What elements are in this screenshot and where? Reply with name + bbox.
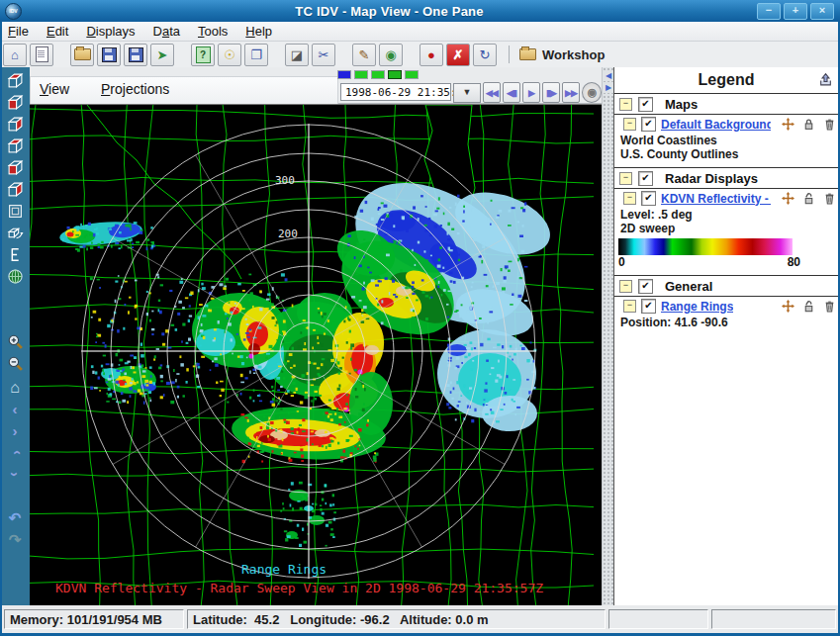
workshop-toolbar-item[interactable]: Workshop <box>519 47 605 62</box>
edit-button[interactable]: ✎ <box>352 44 376 66</box>
time-step[interactable] <box>371 70 385 79</box>
cube-right-icon <box>7 116 24 136</box>
legend-row-range-rings: − ✔ Range Rings <box>614 297 838 316</box>
delete-button[interactable]: ✗ <box>446 44 470 66</box>
lock-icon[interactable] <box>801 118 815 131</box>
menu-view[interactable]: View <box>40 81 69 97</box>
step-back-button[interactable]: ◀▮ <box>503 82 520 103</box>
maps-visibility-checkbox[interactable]: ✔ <box>638 97 653 112</box>
general-visibility-checkbox[interactable]: ✔ <box>638 279 653 294</box>
collapse-left-icon[interactable]: ◀ <box>604 71 613 81</box>
move-display-icon[interactable] <box>781 300 794 313</box>
export-button[interactable]: ➤ <box>150 44 174 66</box>
zoom-out-button[interactable] <box>4 355 26 376</box>
stop-button[interactable]: ● <box>420 44 443 66</box>
collapse-radar-toggle[interactable]: − <box>619 172 632 185</box>
scale-button[interactable] <box>4 246 26 267</box>
view-right-button[interactable] <box>4 116 26 136</box>
globe-button[interactable]: ◉ <box>379 44 403 66</box>
open-button[interactable] <box>70 44 94 66</box>
time-step[interactable] <box>337 70 351 79</box>
cube-front-icon <box>7 159 24 180</box>
zoom-in-button[interactable] <box>4 333 26 354</box>
pan-down-button[interactable]: › <box>4 464 26 485</box>
status-box-3 <box>608 609 708 629</box>
animation-properties-button[interactable]: ◉ <box>582 82 602 103</box>
panel-splitter[interactable]: ◀ ▶ <box>602 67 613 605</box>
legend-header: Legend <box>614 67 838 94</box>
step-forward-button[interactable]: ▮▶ <box>542 82 560 103</box>
visibility-checkbox[interactable]: ✔ <box>641 299 656 314</box>
time-display-field[interactable]: 1998-06-29 21:35:57Z <box>340 83 451 101</box>
map-view[interactable]: 300 200 Range Rings KDVN Reflectivity - … <box>30 104 602 606</box>
menu-data[interactable]: Data <box>153 24 180 39</box>
float-legend-button[interactable] <box>818 72 833 91</box>
play-button[interactable]: ▶ <box>522 82 540 103</box>
collapse-maps-toggle[interactable]: − <box>619 98 632 111</box>
go-to-start-button[interactable]: ◀◀ <box>483 82 501 103</box>
projection-globe-button[interactable] <box>4 268 26 289</box>
menu-edit[interactable]: Edit <box>47 24 68 39</box>
help-button[interactable]: ? <box>191 44 215 66</box>
undo-button[interactable]: ↶ <box>4 507 26 528</box>
unlock-icon[interactable] <box>801 192 815 205</box>
default-background-maps-link[interactable]: Default Background Maps <box>661 118 771 132</box>
show-dashboard-button[interactable]: ❐ <box>244 44 268 66</box>
minimize-button[interactable]: − <box>757 3 781 20</box>
home-view-button[interactable]: ⌂ <box>4 377 26 398</box>
menu-displays[interactable]: Displays <box>86 24 135 39</box>
radar-visibility-checkbox[interactable]: ✔ <box>638 171 653 186</box>
pan-left-button[interactable]: ‹ <box>4 399 26 419</box>
home-button[interactable]: ⌂ <box>3 44 27 66</box>
reflectivity-colorbar[interactable] <box>618 238 793 255</box>
globe-icon: ◉ <box>385 48 396 61</box>
trash-icon[interactable] <box>822 192 836 205</box>
time-dropdown-button[interactable]: ▼ <box>453 83 481 103</box>
view-top-button[interactable] <box>4 72 26 93</box>
legend-section-radar: − ✔ Radar Displays <box>614 167 838 189</box>
trash-icon[interactable] <box>822 300 836 313</box>
menu-file[interactable]: File <box>8 24 29 39</box>
view-2d-button[interactable] <box>4 203 26 224</box>
erase-button[interactable]: ◪ <box>285 44 309 66</box>
go-to-end-button[interactable]: ▶▶ <box>562 82 580 103</box>
view-back-button[interactable] <box>4 181 26 202</box>
radar-map-canvas <box>30 105 602 606</box>
visibility-checkbox[interactable]: ✔ <box>641 191 656 206</box>
kdvn-reflectivity-link[interactable]: KDVN Reflectivity - Radar _ <box>661 192 771 206</box>
collapse-toggle[interactable]: − <box>623 192 636 205</box>
titlebar[interactable]: IDV TC IDV - Map View - One Pane − + × <box>0 0 840 22</box>
menu-help[interactable]: Help <box>245 24 272 39</box>
time-step-current[interactable] <box>388 70 402 79</box>
tips-button[interactable]: ☉ <box>218 44 241 66</box>
menu-tools[interactable]: Tools <box>198 24 228 39</box>
collapse-toggle[interactable]: − <box>623 300 636 313</box>
time-step-boxes[interactable] <box>337 70 419 79</box>
pan-up-button[interactable]: › <box>4 442 26 463</box>
cut-button[interactable]: ✂ <box>312 44 335 66</box>
redo-button[interactable]: ↷ <box>4 529 26 550</box>
visibility-checkbox[interactable]: ✔ <box>641 117 656 132</box>
view-front-button[interactable] <box>4 159 26 180</box>
menu-projections[interactable]: Projections <box>101 81 169 97</box>
time-step[interactable] <box>405 70 419 79</box>
refresh-button[interactable]: ↻ <box>473 44 497 66</box>
collapse-right-icon[interactable]: ▶ <box>604 83 613 93</box>
move-display-icon[interactable] <box>781 192 794 205</box>
close-button[interactable]: × <box>810 3 834 20</box>
maximize-button[interactable]: + <box>784 3 807 20</box>
save-button[interactable] <box>97 44 121 66</box>
collapse-toggle[interactable]: − <box>623 118 636 131</box>
rotate-view-button[interactable] <box>4 225 26 245</box>
unlock-icon[interactable] <box>801 300 815 313</box>
move-display-icon[interactable] <box>781 118 794 131</box>
view-bottom-button[interactable] <box>4 94 26 115</box>
view-left-button[interactable] <box>4 137 26 158</box>
pan-right-button[interactable]: › <box>4 420 26 441</box>
time-step[interactable] <box>354 70 368 79</box>
trash-icon[interactable] <box>822 118 836 131</box>
save-as-button[interactable] <box>124 44 147 66</box>
collapse-general-toggle[interactable]: − <box>619 280 632 293</box>
range-rings-link[interactable]: Range Rings <box>661 300 733 314</box>
new-button[interactable] <box>30 44 53 66</box>
